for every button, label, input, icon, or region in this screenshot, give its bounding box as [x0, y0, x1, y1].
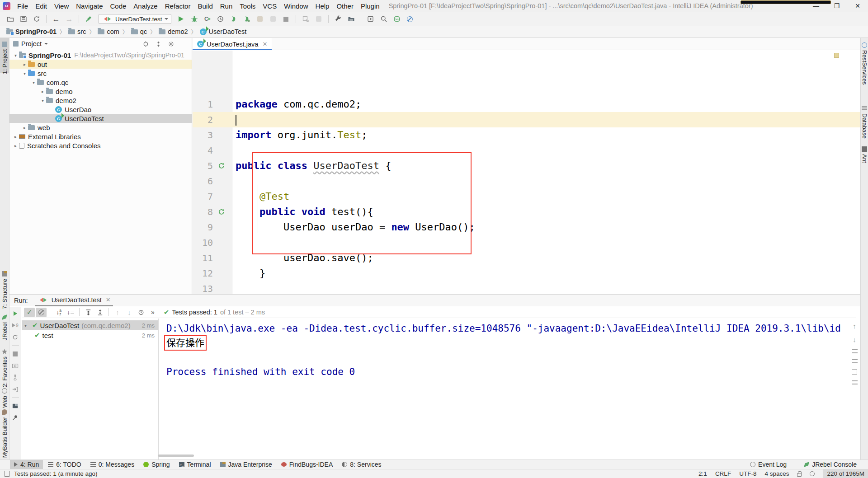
tree-item-demo[interactable]: ▸demo: [9, 87, 192, 96]
toolbar-run-icon[interactable]: [175, 14, 187, 24]
project-header-settings-icon[interactable]: [167, 40, 175, 47]
line-number[interactable]: 12: [193, 266, 215, 281]
console-print-icon[interactable]: [852, 369, 857, 375]
tool-strip-button-2-favorites[interactable]: 2: Favorites: [0, 349, 9, 387]
tool-window-button-4-run[interactable]: 4: Run: [10, 460, 43, 469]
status-encoding[interactable]: UTF-8: [739, 470, 756, 477]
run-rerun-icon[interactable]: [12, 310, 19, 317]
console-scroll-down-icon[interactable]: ↓: [853, 336, 856, 343]
line-number[interactable]: 3: [193, 127, 215, 143]
restore-button[interactable]: ❐: [826, 0, 847, 12]
menu-view[interactable]: View: [51, 0, 72, 12]
toolbar-wrench-icon[interactable]: [332, 14, 344, 24]
run-refresh-icon[interactable]: [12, 333, 19, 341]
chevron-down-icon[interactable]: ▾: [24, 323, 30, 328]
status-indent-size[interactable]: 4 spaces: [764, 470, 789, 477]
menu-window[interactable]: Window: [280, 0, 311, 12]
tool-strip-button-web[interactable]: Web: [0, 388, 9, 408]
chevron-down-icon[interactable]: ▾: [30, 80, 37, 85]
project-header-locate-icon[interactable]: [142, 40, 149, 47]
status-line-ending[interactable]: CRLF: [715, 470, 731, 477]
tool-window-button-6-todo[interactable]: 6: TODO: [44, 460, 85, 469]
menu-code[interactable]: Code: [106, 0, 130, 12]
toolbar-open-icon[interactable]: [5, 14, 16, 24]
run-toolbar-prev-icon[interactable]: ↑: [112, 308, 123, 317]
line-number[interactable]: 11: [193, 250, 215, 266]
tree-item-com-qc[interactable]: ▾com.qc: [9, 78, 192, 87]
tool-window-button-terminal[interactable]: >_Terminal: [175, 460, 215, 469]
toolbar-stop-icon[interactable]: [280, 14, 292, 24]
run-console[interactable]: D:\Jdk\bin\java.exe -ea -Didea.test.cycl…: [159, 319, 849, 456]
toolbar-back-icon[interactable]: ←: [50, 14, 62, 24]
test-tree-item-userdaotest[interactable]: ▾✔UserDaoTest(com.qc.demo2)2 ms: [22, 320, 158, 330]
chevron-right-icon[interactable]: ▸: [12, 134, 19, 139]
run-toolbar-filter-passed-icon[interactable]: ✓: [24, 308, 35, 317]
breadcrumb-item-src[interactable]: src: [68, 28, 86, 35]
inspection-widget[interactable]: [834, 53, 841, 58]
run-gutter-icon[interactable]: [215, 208, 232, 216]
status-caret-position[interactable]: 2:1: [698, 470, 707, 477]
toolbar-save-icon[interactable]: [18, 14, 29, 24]
run-test-history-icon[interactable]: [12, 374, 19, 381]
close-icon[interactable]: ✕: [106, 296, 111, 303]
tool-strip-button-restservices[interactable]: RestServices: [861, 42, 868, 85]
menu-run[interactable]: Run: [217, 0, 236, 12]
tool-strip-button-1-project[interactable]: 1: Project: [0, 42, 9, 74]
run-toolbar-expand-all-icon[interactable]: [83, 308, 94, 317]
toolbar-build-icon[interactable]: [83, 14, 94, 24]
toolbar-search-icon[interactable]: [378, 14, 390, 24]
tree-item-userdaotest[interactable]: CUserDaoTest: [9, 114, 192, 123]
line-number[interactable]: 2: [193, 112, 215, 127]
menu-analyze[interactable]: Analyze: [130, 0, 161, 12]
project-header-expand-collapse-icon[interactable]: [155, 40, 162, 47]
tool-strip-button-mybatis-builder[interactable]: MyBatis Builder: [0, 409, 9, 458]
toolbar-debug-icon[interactable]: [189, 14, 200, 24]
run-gutter-icon[interactable]: [215, 162, 232, 169]
console-scroll-to-end-icon[interactable]: [852, 359, 858, 363]
tool-window-button-spring[interactable]: Spring: [139, 460, 174, 469]
line-number[interactable]: 5: [193, 158, 215, 173]
tool-strip-button-ant[interactable]: Ant: [861, 146, 868, 163]
tool-window-button-0-messages[interactable]: 0: Messages: [86, 460, 138, 469]
chevron-down-icon[interactable]: ▾: [12, 53, 19, 58]
tree-item-userdao[interactable]: CUserDao: [9, 105, 192, 114]
lock-icon[interactable]: [797, 473, 802, 477]
tree-item-src[interactable]: ▾src: [9, 69, 192, 78]
run-toolbar-filter-ignored-icon[interactable]: [36, 308, 47, 317]
toolbar-coverage-icon[interactable]: C: [202, 14, 213, 24]
chevron-right-icon[interactable]: ▸: [12, 143, 19, 148]
project-header-hide-icon[interactable]: —: [180, 40, 187, 47]
toolbar-jrebel-debug-icon[interactable]: [241, 14, 253, 24]
toolbar-project-structure-icon[interactable]: [345, 14, 357, 24]
tree-item-demo2[interactable]: ▾demo2: [9, 96, 192, 105]
line-number[interactable]: 9: [193, 220, 215, 235]
project-panel-title[interactable]: Project: [21, 40, 42, 47]
breadcrumb-item-qc[interactable]: qc: [131, 28, 147, 35]
close-button[interactable]: ✕: [847, 0, 868, 12]
close-icon[interactable]: ✕: [262, 41, 267, 47]
tree-item-scratches-and-consoles[interactable]: ▸Scratches and Consoles: [9, 141, 192, 150]
menu-vcs[interactable]: VCS: [259, 0, 280, 12]
tool-strip-button-database[interactable]: Database: [861, 106, 868, 139]
line-number[interactable]: 6: [193, 173, 215, 189]
line-number[interactable]: 8: [193, 204, 215, 220]
tool-window-button-8-services[interactable]: 8: Services: [338, 460, 385, 469]
chevron-down-icon[interactable]: ▾: [39, 98, 46, 103]
console-scroll-up-icon[interactable]: ↑: [853, 322, 856, 330]
toolbar-profiler-icon[interactable]: [215, 14, 226, 24]
toolbar-disable-icon[interactable]: [404, 14, 416, 24]
menu-plugin[interactable]: Plugin: [357, 0, 383, 12]
breadcrumb-item-springpro-01[interactable]: SpringPro-01: [6, 28, 57, 35]
run-tab-userdaotest[interactable]: UserDaoTest.test ✕: [35, 295, 113, 306]
horizontal-scrollbar[interactable]: [158, 455, 194, 457]
menu-edit[interactable]: Edit: [32, 0, 51, 12]
chevron-right-icon[interactable]: ▸: [39, 89, 46, 94]
menu-help[interactable]: Help: [312, 0, 333, 12]
console-clear-icon[interactable]: [852, 380, 858, 384]
run-toolbar-sort-alpha-icon[interactable]: ↓az: [53, 308, 64, 317]
tree-item-web[interactable]: ▸web: [9, 123, 192, 132]
toolbar-run-dashboard-icon[interactable]: [365, 14, 377, 24]
test-tree-item-test[interactable]: ✔test2 ms: [22, 330, 158, 340]
toolbar-sync-icon[interactable]: [31, 14, 42, 24]
run-pin-icon[interactable]: [12, 414, 19, 421]
